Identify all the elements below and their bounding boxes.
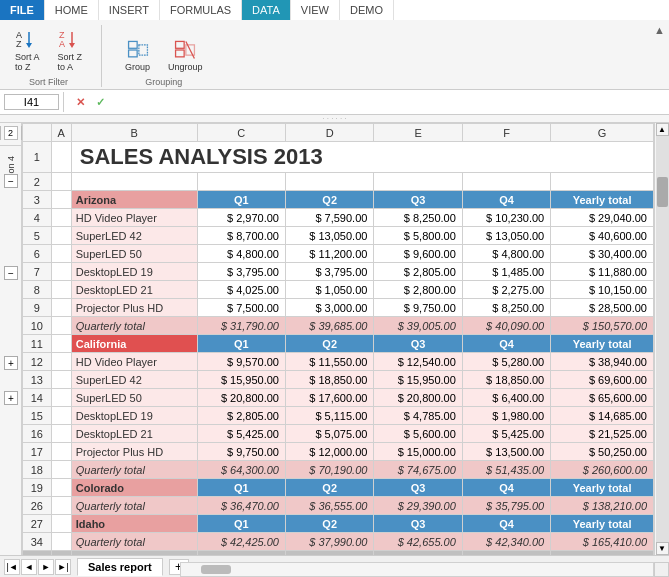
scroll-track[interactable] bbox=[656, 136, 669, 542]
cell-title: SALES ANALYSIS 2013 bbox=[71, 142, 653, 173]
co-qt-q3: $ 29,390.00 bbox=[374, 497, 462, 515]
az-qt-q3: $ 39,005.00 bbox=[374, 317, 462, 335]
co-qt-yearly: $ 138,210.00 bbox=[551, 497, 654, 515]
ca-qt-q2: $ 70,190.00 bbox=[286, 461, 374, 479]
sheet-last-button[interactable]: ►| bbox=[55, 559, 71, 575]
az-product-5[interactable]: DesktopLED 21 bbox=[71, 281, 197, 299]
svg-rect-9 bbox=[128, 50, 137, 57]
group-level-1[interactable]: 1 bbox=[0, 126, 1, 140]
cell-reference-input[interactable] bbox=[4, 94, 59, 110]
id-collapse-btn[interactable]: + bbox=[4, 391, 18, 405]
id-qt-q4: $ 42,340.00 bbox=[462, 533, 550, 551]
h-scroll-bar[interactable]: · · · · · · bbox=[0, 115, 669, 123]
az-q3-header: Q3 bbox=[374, 191, 462, 209]
row-collapse-buttons: Son 4 − − + + bbox=[0, 146, 21, 555]
ca-collapse-btn[interactable]: − bbox=[4, 266, 18, 280]
table-row: 26 Quarterly total $ 36,470.00 $ 36,555.… bbox=[23, 497, 654, 515]
row-17-header: 17 bbox=[23, 443, 52, 461]
sort-z-to-a-button[interactable]: Z A Sort Zto A bbox=[51, 25, 90, 75]
col-a-header[interactable]: A bbox=[51, 124, 71, 142]
colorado-header: Colorado bbox=[71, 479, 197, 497]
az-collapse-btn[interactable]: − bbox=[4, 174, 18, 188]
svg-rect-12 bbox=[176, 50, 185, 57]
ungroup-button[interactable]: Ungroup bbox=[161, 35, 210, 75]
sheet-next-button[interactable]: ► bbox=[38, 559, 54, 575]
scroll-thumb[interactable] bbox=[657, 177, 668, 207]
row-10-header: 10 bbox=[23, 317, 52, 335]
az-product-6[interactable]: Projector Plus HD bbox=[71, 299, 197, 317]
az-qt-q2: $ 39,685.00 bbox=[286, 317, 374, 335]
ca-product-1[interactable]: HD Video Player bbox=[71, 353, 197, 371]
ribbon-collapse-button[interactable]: ▲ bbox=[654, 24, 665, 36]
id-qt-q1: $ 42,425.00 bbox=[197, 533, 285, 551]
sheet-tab-sales[interactable]: Sales report bbox=[77, 558, 163, 576]
ca-product-6[interactable]: Projector Plus HD bbox=[71, 443, 197, 461]
tab-insert[interactable]: INSERT bbox=[99, 0, 160, 20]
formula-bar: ✕ ✓ bbox=[0, 90, 669, 115]
id-qt-yearly: $ 165,410.00 bbox=[551, 533, 654, 551]
ca-product-5[interactable]: DesktopLED 21 bbox=[71, 425, 197, 443]
sort-za-label: Sort Zto A bbox=[58, 52, 83, 72]
formula-input[interactable] bbox=[112, 95, 665, 109]
co-qt-q1: $ 36,470.00 bbox=[197, 497, 285, 515]
tab-data[interactable]: DATA bbox=[242, 0, 291, 20]
h-scroll-thumb-bottom[interactable] bbox=[201, 565, 231, 574]
col-f-header[interactable]: F bbox=[462, 124, 550, 142]
scroll-corner bbox=[654, 562, 669, 577]
col-g-header[interactable]: G bbox=[551, 124, 654, 142]
az-product-3[interactable]: SuperLED 50 bbox=[71, 245, 197, 263]
sort-za-icon: Z A bbox=[58, 28, 82, 52]
ca-q3-header: Q3 bbox=[374, 335, 462, 353]
svg-line-13 bbox=[186, 41, 195, 58]
group-level-buttons: 1 2 3 bbox=[0, 123, 21, 146]
col-e-header[interactable]: E bbox=[374, 124, 462, 142]
tab-home[interactable]: HOME bbox=[45, 0, 99, 20]
col-c-header[interactable]: C bbox=[197, 124, 285, 142]
cell-a1[interactable] bbox=[51, 142, 71, 173]
table-row: 27 Idaho Q1 Q2 Q3 Q4 Yearly total bbox=[23, 515, 654, 533]
az-p2-yearly: $ 40,600.00 bbox=[551, 227, 654, 245]
ca-product-3[interactable]: SuperLED 50 bbox=[71, 389, 197, 407]
ca-product-4[interactable]: DesktopLED 19 bbox=[71, 407, 197, 425]
vertical-scrollbar[interactable]: ▲ ▼ bbox=[654, 123, 669, 555]
tab-formulas[interactable]: FORMULAS bbox=[160, 0, 242, 20]
row-16-header: 16 bbox=[23, 425, 52, 443]
tab-demo[interactable]: DEMO bbox=[340, 0, 394, 20]
ca-q4-header: Q4 bbox=[462, 335, 550, 353]
row-2-header: 2 bbox=[23, 173, 52, 191]
tab-file[interactable]: FILE bbox=[0, 0, 45, 20]
col-b-header[interactable]: B bbox=[71, 124, 197, 142]
az-product-2[interactable]: SuperLED 42 bbox=[71, 227, 197, 245]
table-row: 16 DesktopLED 21 $ 5,425.00 $ 5,075.00 $… bbox=[23, 425, 654, 443]
row-8-header: 8 bbox=[23, 281, 52, 299]
sheet-prev-button[interactable]: ◄ bbox=[21, 559, 37, 575]
table-row: 18 Quarterly total $ 64,300.00 $ 70,190.… bbox=[23, 461, 654, 479]
az-product-4[interactable]: DesktopLED 19 bbox=[71, 263, 197, 281]
grouping-group: Group Ungroup Grouping bbox=[118, 35, 222, 87]
ca-product-2[interactable]: SuperLED 42 bbox=[71, 371, 197, 389]
group-level-2[interactable]: 2 bbox=[4, 126, 18, 140]
scroll-up-button[interactable]: ▲ bbox=[656, 123, 669, 136]
table-row: 11 California Q1 Q2 Q3 Q4 Yearly total bbox=[23, 335, 654, 353]
col-d-header[interactable]: D bbox=[286, 124, 374, 142]
sheet-first-button[interactable]: |◄ bbox=[4, 559, 20, 575]
app-window: FILE HOME INSERT FORMULAS DATA VIEW DEMO… bbox=[0, 0, 669, 577]
ribbon-tabs: FILE HOME INSERT FORMULAS DATA VIEW DEMO bbox=[0, 0, 669, 20]
co-qt-q2: $ 36,555.00 bbox=[286, 497, 374, 515]
sort-a-to-z-button[interactable]: A Z Sort Ato Z bbox=[8, 25, 47, 75]
confirm-formula-icon[interactable]: ✓ bbox=[92, 94, 108, 110]
group-button[interactable]: Group bbox=[118, 35, 157, 75]
table-row: 8 DesktopLED 21 $ 4,025.00 $ 1,050.00 $ … bbox=[23, 281, 654, 299]
formula-separator bbox=[63, 92, 64, 112]
cancel-formula-icon[interactable]: ✕ bbox=[72, 94, 88, 110]
co-collapse-btn[interactable]: + bbox=[4, 356, 18, 370]
scroll-down-button[interactable]: ▼ bbox=[656, 542, 669, 555]
spreadsheet-scroll[interactable]: A B C D E F G 1 SALES ANALYSIS 2013 bbox=[22, 123, 654, 555]
bottom-scrollbar[interactable] bbox=[180, 562, 654, 577]
row-26-header: 26 bbox=[23, 497, 52, 515]
grouping-buttons: Group Ungroup bbox=[118, 35, 210, 75]
row-15-header: 15 bbox=[23, 407, 52, 425]
sort-group: A Z Sort Ato Z Z A bbox=[8, 25, 102, 87]
az-product-1[interactable]: HD Video Player bbox=[71, 209, 197, 227]
tab-view[interactable]: VIEW bbox=[291, 0, 340, 20]
